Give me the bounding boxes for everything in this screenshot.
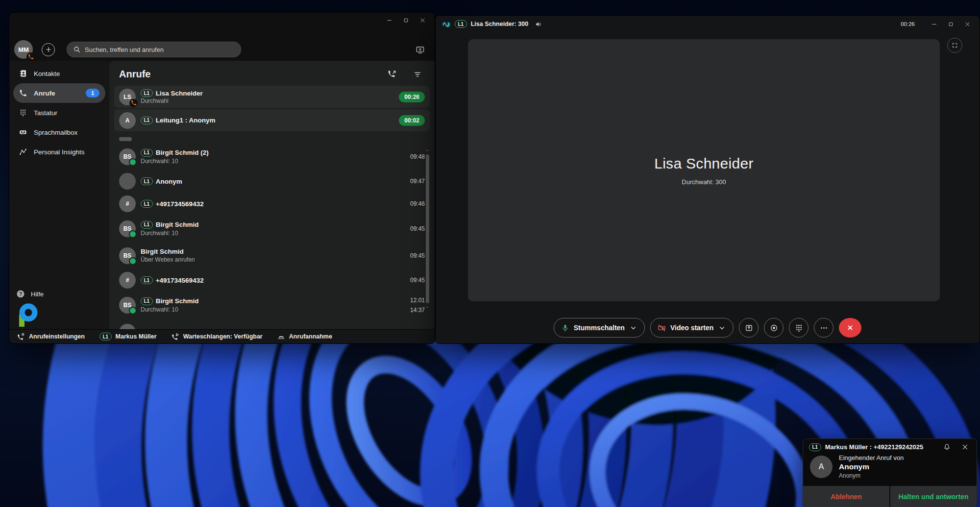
chevron-up-icon[interactable]: [425, 148, 430, 153]
call-history-row[interactable]: BS L1 Birgit Schmid (2) Durchwahl: 10 09…: [114, 143, 430, 170]
presence-dot: [129, 307, 137, 314]
sidebar-item-help[interactable]: ? Hilfe: [16, 290, 44, 298]
share-screen-button[interactable]: [739, 318, 759, 338]
end-call-icon: [846, 324, 854, 332]
dialpad-button[interactable]: [789, 318, 808, 338]
caller-subtitle: Über Webex anrufen: [141, 256, 195, 263]
end-call-button[interactable]: [839, 318, 861, 338]
caller-name: Leitung1 : Anonym: [156, 117, 216, 124]
new-call-icon[interactable]: [385, 70, 399, 79]
avatar: #: [119, 195, 136, 212]
minimize-icon[interactable]: [382, 15, 396, 25]
mute-button[interactable]: Stummschalten: [554, 318, 645, 338]
dialpad-icon: [795, 324, 803, 332]
peoplefone-logo: [16, 303, 44, 328]
fullscreen-icon[interactable]: [947, 38, 962, 53]
call-timer: 00:26: [901, 21, 915, 27]
chevron-down-icon[interactable]: [425, 305, 430, 310]
call-time: 09:45: [410, 252, 425, 259]
call-history-row[interactable]: BS Birgit Schmid Über Webex anrufen 09:4…: [114, 242, 430, 269]
sidebar-item[interactable]: Anrufe 1: [13, 83, 105, 103]
filter-chip[interactable]: [119, 137, 132, 141]
sidebar-item[interactable]: Personal Insights: [13, 142, 105, 162]
on-call-phone-icon: [26, 52, 35, 61]
line-badge: L1: [141, 117, 153, 124]
connect-to-device-icon[interactable]: [413, 45, 428, 55]
on-call-phone-icon: [129, 99, 138, 107]
sidebar-item[interactable]: Sprachmailbox: [13, 122, 105, 142]
maximize-icon[interactable]: [398, 15, 413, 25]
call-window-title: Lisa Schneider: 300: [471, 21, 528, 27]
call-history-row[interactable]: BS Birgit Schmid 12.01: [114, 318, 430, 330]
phone-settings-icon: [17, 333, 25, 340]
status-item-label: Markus Müller: [116, 333, 157, 340]
insights-icon: [19, 148, 27, 156]
call-duration-badge: 00:02: [399, 115, 425, 126]
more-options-button[interactable]: [814, 318, 833, 338]
sidebar-item-label: Anrufe: [34, 90, 55, 97]
sidebar: Kontakte Anrufe 1 Tastatur Sprachmailbox: [9, 61, 109, 330]
status-bar-item[interactable]: Anrufeinstellungen: [17, 333, 85, 340]
remote-party-extension: Durchwahl: 300: [682, 178, 726, 186]
caller-subtitle: Durchwahl: 10: [141, 230, 198, 237]
avatar: LS: [119, 89, 136, 105]
active-call-row[interactable]: LS L1 Lisa Schneider Durchwahl 00:26: [114, 86, 430, 108]
share-icon: [745, 324, 753, 332]
sidebar-item-label: Tastatur: [34, 109, 57, 117]
presence-dot: [129, 158, 137, 166]
incoming-caller-name: Anonym: [839, 462, 904, 471]
line-badge: L1: [99, 333, 112, 340]
phone-icon: [19, 89, 27, 97]
sidebar-item[interactable]: Kontakte: [13, 64, 105, 83]
scrollbar[interactable]: [424, 148, 430, 310]
call-history-row[interactable]: BS L1 Birgit Schmid Durchwahl: 10 09:45: [114, 215, 430, 242]
avatar: #: [119, 272, 136, 289]
status-item-label: Anrufannahme: [289, 333, 332, 340]
call-history-row[interactable]: # L1 +491734569432 09:46: [114, 193, 430, 215]
sidebar-item[interactable]: Tastatur: [13, 103, 105, 122]
add-button[interactable]: [42, 43, 55, 56]
caller-subtitle: Durchwahl: 10: [141, 158, 209, 165]
sidebar-item-label: Kontakte: [34, 70, 60, 77]
calls-panel: Anrufe LS L1 L: [109, 61, 435, 330]
record-button[interactable]: [764, 318, 784, 338]
line-badge: L1: [141, 149, 153, 157]
search-input[interactable]: Suchen, treffen und anrufen: [67, 42, 241, 57]
active-call-row[interactable]: A L1 Leitung1 : Anonym 00:02: [114, 109, 430, 131]
queue-icon: [172, 333, 179, 340]
bell-icon[interactable]: [940, 443, 954, 451]
help-icon: ?: [16, 290, 25, 298]
caller-name: +491734569432: [156, 200, 204, 208]
profile-initials: MM: [18, 46, 29, 53]
plus-icon: [45, 46, 52, 53]
call-history-row[interactable]: BS L1 Birgit Schmid Durchwahl: 10 12.01: [114, 291, 430, 318]
close-icon[interactable]: [960, 19, 975, 29]
filter-icon[interactable]: [410, 70, 425, 79]
status-bar-item[interactable]: Anrufannahme: [277, 333, 332, 340]
caller-name: Lisa Schneider: [156, 90, 203, 97]
line-badge: L1: [141, 297, 153, 305]
active-call-window: L1 Lisa Schneider: 300 00:26 Lisa Schnei…: [435, 15, 980, 344]
maximize-icon[interactable]: [943, 19, 958, 29]
status-bar-item[interactable]: Warteschlangen: Verfügbar: [172, 333, 263, 340]
start-video-button[interactable]: Video starten: [650, 318, 734, 338]
minimize-icon[interactable]: [927, 19, 941, 29]
hold-and-answer-button[interactable]: Halten und antworten: [890, 486, 977, 507]
avatar: BS: [119, 247, 136, 264]
close-icon[interactable]: [958, 443, 972, 451]
profile-avatar[interactable]: MM: [14, 40, 33, 59]
incoming-caller-detail: Anonym: [839, 472, 904, 479]
call-history-row[interactable]: # L1 +491734569432 09:45: [114, 269, 430, 291]
avatar: BS: [119, 148, 136, 165]
call-time: 09:48: [410, 153, 425, 160]
line-badge: L1: [141, 89, 153, 97]
close-icon[interactable]: [415, 15, 430, 25]
caller-name: +491734569432: [156, 277, 204, 284]
decline-button[interactable]: Ablehnen: [803, 486, 889, 507]
more-icon: [820, 324, 828, 332]
status-bar-item[interactable]: L1 Markus Müller: [99, 333, 157, 340]
scrollbar-thumb[interactable]: [426, 154, 429, 303]
call-time: 09:45: [410, 277, 425, 284]
incoming-call-notification: L1 Markus Müller : +4922129242025 A Eing…: [803, 438, 977, 507]
call-history-row[interactable]: L1 Anonym 09:47: [114, 170, 430, 193]
